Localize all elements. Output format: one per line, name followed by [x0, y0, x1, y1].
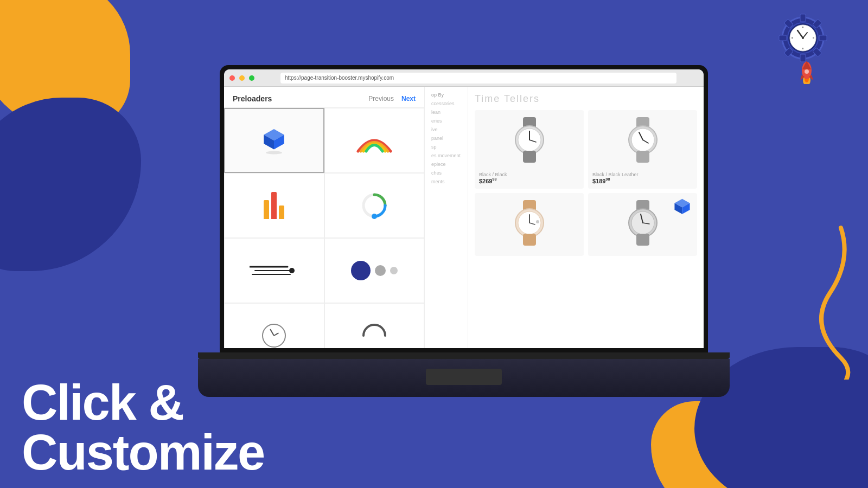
bar-loader-icon: [264, 192, 284, 219]
gear-clock-decoration: [770, 8, 835, 84]
rainbow-loader-icon: [355, 127, 393, 154]
nav-next[interactable]: Next: [401, 95, 416, 102]
preloader-cell-clock[interactable]: [224, 303, 324, 348]
product-price-1: $26998: [479, 177, 579, 184]
svg-rect-2: [800, 14, 806, 22]
shop-sidebar-label: op By: [431, 92, 461, 98]
svg-rect-53: [523, 234, 536, 246]
product-label-1: Black / Black: [479, 172, 579, 177]
laptop-bottom: [198, 359, 730, 397]
shop-sidebar-item-7: es movement: [431, 153, 461, 158]
laptop-base: [198, 352, 730, 401]
browser-dot-green[interactable]: [249, 75, 254, 81]
svg-rect-4: [819, 35, 827, 41]
svg-point-24: [805, 69, 809, 74]
laptop-touchpad: [426, 369, 502, 385]
product-price-2: $18998: [592, 177, 693, 184]
shop-sidebar-item-5: panel: [431, 136, 461, 141]
svg-rect-40: [523, 151, 536, 163]
product-card-1[interactable]: Black / Black $26998: [475, 110, 584, 189]
nav-previous[interactable]: Previous: [368, 95, 394, 102]
shop-title: Time Tellers: [475, 93, 697, 105]
svg-point-28: [266, 151, 282, 155]
laptop: https://page-transition-booster.myshopif…: [220, 65, 708, 401]
clock-loader-icon: [262, 324, 286, 348]
product-label-2: Black / Black Leather: [592, 172, 693, 177]
cube-overlay: [670, 196, 694, 222]
svg-point-34: [289, 268, 295, 273]
product-card-3[interactable]: [475, 193, 584, 256]
svg-rect-46: [636, 151, 649, 163]
spinner-loader-icon: [360, 191, 389, 220]
preloaders-grid: [224, 108, 424, 348]
preloader-cell-rainbow[interactable]: [324, 108, 425, 173]
shop-panel: op By ccessories lean eries ive panel sp…: [425, 87, 704, 348]
laptop-hinge: [198, 352, 730, 359]
preloader-cell-cube[interactable]: [224, 108, 324, 173]
preloader-cell-dots[interactable]: [324, 238, 425, 303]
svg-point-30: [372, 214, 377, 219]
preloaders-title: Preloaders: [233, 94, 272, 103]
dot-small: [390, 267, 398, 274]
shop-sidebar: op By ccessories lean eries ive panel sp…: [425, 87, 468, 348]
clock-hand-minute: [274, 332, 279, 336]
shop-sidebar-item-8: epiece: [431, 162, 461, 167]
browser-dot-yellow[interactable]: [239, 75, 245, 81]
laptop-screen: https://page-transition-booster.myshopif…: [224, 69, 704, 348]
product-card-2[interactable]: Black / Black Leather $18998: [588, 110, 697, 189]
watch-image-1: [508, 117, 551, 166]
bar-1: [264, 200, 269, 219]
dot-big: [351, 261, 371, 280]
bottom-text: Click & Customize: [22, 377, 264, 477]
dot-med: [375, 265, 386, 276]
browser-url-bar[interactable]: https://page-transition-booster.myshopif…: [280, 73, 676, 84]
watch-image-3: [508, 200, 551, 249]
preloader-cell-speed[interactable]: [224, 238, 324, 303]
shop-sidebar-item-1: ccessories: [431, 101, 461, 106]
svg-rect-5: [779, 35, 787, 41]
bottom-text-line1: Click &: [22, 377, 264, 427]
svg-point-52: [536, 220, 539, 223]
svg-rect-59: [636, 234, 649, 246]
preloaders-panel: Preloaders Previous Next: [224, 87, 425, 348]
shop-sidebar-item-9: ches: [431, 170, 461, 176]
browser-chrome: https://page-transition-booster.myshopif…: [224, 69, 704, 87]
shop-main: Time Tellers: [468, 87, 704, 348]
product-card-4[interactable]: [588, 193, 697, 256]
cube-3d-icon: [258, 124, 290, 157]
browser-dot-red[interactable]: [229, 75, 235, 81]
arc-loader-icon: [361, 322, 388, 348]
product-image-1: [479, 114, 579, 169]
product-image-3: [479, 197, 579, 252]
product-image-2: [592, 114, 693, 169]
bottom-text-line2: Customize: [22, 427, 264, 477]
shop-sidebar-item-10: ments: [431, 179, 461, 184]
screen-content: Preloaders Previous Next: [224, 87, 704, 348]
preloaders-header: Preloaders Previous Next: [224, 87, 424, 108]
bg-blob-blue-ml: [0, 98, 141, 271]
speed-lines-icon: [250, 262, 298, 279]
preloader-cell-spinner[interactable]: [324, 173, 425, 238]
dots-loader-icon: [351, 261, 398, 280]
shop-products-grid: Black / Black $26998: [475, 110, 697, 256]
preloader-cell-arc[interactable]: [324, 303, 425, 348]
watch-image-2: [621, 117, 665, 166]
shop-sidebar-item-4: ive: [431, 127, 461, 132]
watch-image-4: [621, 200, 665, 249]
shop-sidebar-item-2: lean: [431, 110, 461, 115]
shop-sidebar-item-6: sp: [431, 144, 461, 150]
preloader-cell-bars[interactable]: [224, 173, 324, 238]
shop-sidebar-item-3: eries: [431, 118, 461, 124]
svg-rect-3: [800, 54, 806, 62]
bar-2: [271, 192, 277, 219]
cube-overlay-icon: [670, 196, 694, 220]
laptop-screen-bezel: https://page-transition-booster.myshopif…: [220, 65, 708, 352]
laptop-wrapper: https://page-transition-booster.myshopif…: [125, 33, 803, 434]
bar-3: [279, 206, 284, 219]
svg-point-17: [802, 37, 804, 39]
preloaders-nav: Previous Next: [368, 95, 416, 102]
